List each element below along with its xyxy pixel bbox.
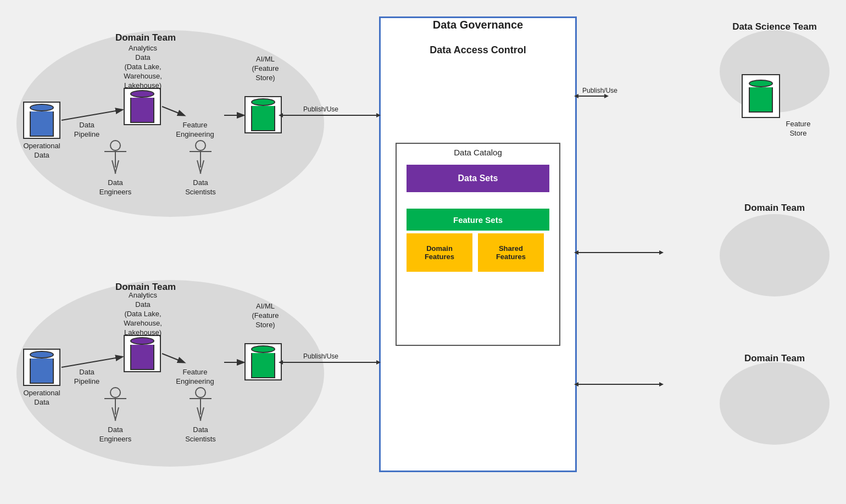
svg-marker-20: [659, 382, 664, 387]
data-pipeline-label-bottom: DataPipeline: [65, 368, 109, 387]
green-cylinder-right: [749, 80, 773, 113]
data-engineers-figure-bottom: [104, 387, 126, 421]
aiml-label-bottom: AI/ML(FeatureStore): [235, 302, 296, 330]
featuresets-bar: Feature Sets: [407, 209, 549, 231]
domain-team-top-title: Domain Team: [91, 32, 201, 44]
feature-engineering-label-top: FeatureEngineering: [170, 121, 220, 139]
featuresets-label: Feature Sets: [453, 215, 503, 225]
purple-cylinder-bottom: [130, 337, 154, 370]
analytics-data-box-top: [124, 88, 161, 125]
publish-use-top-label: Publish/Use: [303, 105, 338, 114]
publish-use-bottom-label: Publish/Use: [303, 352, 338, 361]
aiml-label-top: AI/ML(FeatureStore): [235, 55, 296, 83]
diagram: Domain Team OperationalData DataPipeline…: [0, 0, 846, 504]
analytics-data-label-bottom: AnalyticsData(Data Lake,Warehouse,Lakeho…: [113, 291, 173, 337]
feature-engineering-label-bottom: FeatureEngineering: [170, 368, 220, 387]
datasets-bar: Data Sets: [407, 165, 549, 192]
blue-cylinder-bottom: [30, 351, 54, 384]
operational-data-label-top: OperationalData: [15, 142, 68, 160]
data-pipeline-label-top: DataPipeline: [65, 121, 109, 139]
shared-features-label: Shared Features: [496, 244, 526, 261]
operational-data-box-top: [23, 102, 60, 139]
green-cylinder-top: [251, 98, 275, 131]
feature-store-box: [742, 74, 780, 118]
purple-cylinder-top: [130, 90, 154, 123]
aiml-box-top: [244, 96, 282, 133]
operational-data-label-bottom: OperationalData: [15, 389, 68, 407]
data-engineers-figure-top: [104, 140, 126, 174]
data-access-control-label: Data Access Control: [385, 44, 571, 57]
domain-features-box: Domain Features: [407, 233, 472, 272]
analytics-data-box-bottom: [124, 335, 161, 372]
domain-team-right-1-ellipse: [720, 214, 830, 296]
datasets-label: Data Sets: [458, 173, 498, 183]
data-engineers-label-top: DataEngineers: [91, 178, 140, 197]
domain-team-right-2-ellipse: [720, 362, 830, 445]
domain-features-label: Domain Features: [425, 244, 454, 261]
domain-team-right-1-label: Domain Team: [720, 202, 830, 214]
publish-use-right-label: Publish/Use: [582, 87, 617, 96]
data-scientists-figure-top: [190, 140, 212, 174]
data-scientists-label-top: DataScientists: [176, 178, 225, 197]
blue-cylinder-top: [30, 104, 54, 137]
analytics-data-label-top: AnalyticsData(Data Lake,Warehouse,Lakeho…: [113, 44, 173, 90]
data-catalog-label: Data Catalog: [401, 147, 555, 158]
operational-data-box-bottom: [23, 349, 60, 386]
aiml-box-bottom: [244, 343, 282, 380]
shared-features-box: Shared Features: [478, 233, 544, 272]
green-cylinder-bottom: [251, 345, 275, 378]
data-governance-title: Data Governance: [379, 18, 577, 32]
svg-marker-17: [659, 250, 664, 255]
data-scientists-figure-bottom: [190, 387, 212, 421]
data-engineers-label-bottom: DataEngineers: [91, 425, 140, 444]
data-scientists-label-bottom: DataScientists: [176, 425, 225, 444]
feature-store-label: Feature Store: [779, 120, 817, 138]
